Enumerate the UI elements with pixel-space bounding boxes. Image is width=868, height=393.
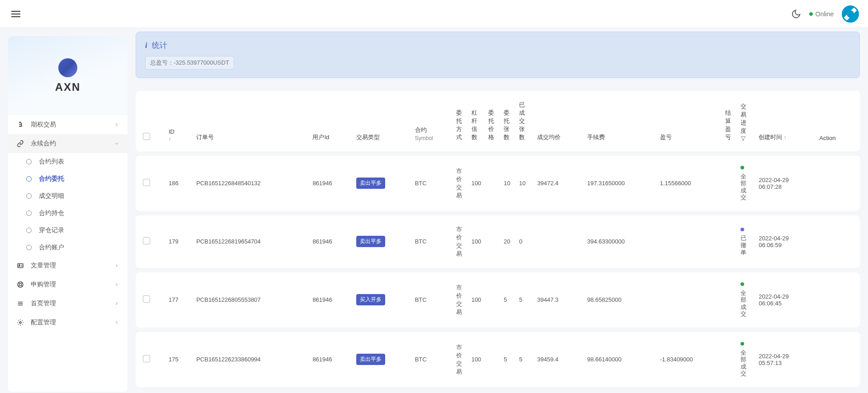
cell-filled-qty: 0 bbox=[515, 215, 533, 268]
nav-item-2[interactable]: 文章管理 bbox=[8, 256, 127, 275]
col-action[interactable]: Action bbox=[816, 91, 860, 151]
nav-list: 期权交易永续合约合约列表合约委托成交明细合约持仓穿仓记录合约账户文章管理申购管理… bbox=[8, 115, 127, 332]
sub-nav-item-0[interactable]: 合约列表 bbox=[8, 153, 127, 170]
info-icon: i bbox=[145, 41, 147, 50]
cell-symbol: BTC bbox=[411, 215, 453, 268]
col-order-no[interactable]: 订单号 bbox=[193, 91, 309, 151]
col-filled-qty[interactable]: 已成交张数 bbox=[515, 91, 533, 151]
cell-fee: 197.31650000 bbox=[584, 156, 656, 211]
cell-order-no: PCB1651226233860994 bbox=[193, 332, 309, 387]
nav-item-0[interactable]: 期权交易 bbox=[8, 115, 127, 134]
sub-nav-item-3[interactable]: 合约持仓 bbox=[8, 205, 127, 222]
col-symbol[interactable]: 合约Symbol bbox=[411, 91, 453, 151]
cell-avg-price bbox=[533, 215, 583, 268]
col-pnl[interactable]: 盈亏 bbox=[656, 91, 722, 151]
cell-settle-pnl bbox=[722, 332, 737, 387]
online-dot-icon bbox=[809, 12, 813, 16]
cell-pnl: 1.15566000 bbox=[656, 156, 722, 211]
cell-symbol: BTC bbox=[411, 272, 453, 328]
col-settle-pnl[interactable]: 结算盈亏 bbox=[722, 91, 737, 151]
col-created[interactable]: 创建时间 ↑ bbox=[755, 91, 816, 151]
row-checkbox[interactable] bbox=[143, 295, 150, 303]
chevron-right-icon bbox=[114, 301, 119, 306]
bitcoin-icon bbox=[16, 121, 24, 128]
nav-label: 配置管理 bbox=[31, 318, 114, 327]
col-order-qty[interactable]: 委托张数 bbox=[500, 91, 515, 151]
cell-order-qty: 5 bbox=[500, 272, 515, 328]
nav-item-1[interactable]: 永续合约 bbox=[8, 134, 127, 153]
col-leverage[interactable]: 杠杆倍数 bbox=[468, 91, 485, 151]
nav-label: 期权交易 bbox=[31, 121, 114, 129]
sub-nav-item-2[interactable]: 成交明细 bbox=[8, 187, 127, 205]
cell-pnl: -1.83409000 bbox=[656, 332, 722, 387]
theme-toggle-icon[interactable] bbox=[791, 9, 801, 19]
cell-fee: 394.63300000 bbox=[584, 215, 656, 268]
col-avg-price[interactable]: 成交均价 bbox=[533, 91, 583, 151]
nav-item-3[interactable]: 申购管理 bbox=[8, 275, 127, 294]
sub-nav-item-4[interactable]: 穿仓记录 bbox=[8, 222, 127, 239]
status-dot-icon bbox=[741, 282, 744, 286]
col-order-price[interactable]: 委托价格 bbox=[485, 91, 500, 151]
sidebar: AXN 期权交易永续合约合约列表合约委托成交明细合约持仓穿仓记录合约账户文章管理… bbox=[0, 28, 136, 393]
nav-label: 永续合约 bbox=[31, 140, 114, 148]
cell-order-price bbox=[485, 215, 500, 268]
svg-point-7 bbox=[19, 322, 21, 323]
select-all-checkbox[interactable] bbox=[143, 133, 150, 140]
circle-icon bbox=[26, 193, 32, 199]
cell-user-id: 861946 bbox=[309, 332, 352, 387]
sub-nav-label: 合约委托 bbox=[39, 175, 64, 183]
link-icon bbox=[16, 140, 24, 147]
col-user-id[interactable]: 用户Id bbox=[309, 91, 352, 151]
col-order-mode[interactable]: 委托方式 bbox=[453, 91, 468, 151]
cell-action bbox=[816, 272, 860, 328]
col-tx-type[interactable]: 交易类型 bbox=[353, 91, 411, 151]
cell-settle-pnl bbox=[722, 272, 737, 328]
cell-fee: 98.66140000 bbox=[584, 332, 656, 387]
chevron-right-icon bbox=[114, 122, 119, 127]
table-row: 177PCB1651226805553807861946买入开多BTC市价交易1… bbox=[136, 272, 860, 328]
col-fee[interactable]: 手续费 bbox=[584, 91, 656, 151]
cell-order-price bbox=[485, 156, 500, 211]
status-dot-icon bbox=[741, 228, 744, 231]
menu-toggle-button[interactable] bbox=[9, 7, 23, 21]
cell-tx-type: 卖出平多 bbox=[353, 332, 411, 387]
cell-order-price bbox=[485, 272, 500, 328]
cell-tx-type: 卖出平多 bbox=[353, 156, 411, 211]
cell-symbol: BTC bbox=[411, 156, 453, 211]
user-avatar[interactable] bbox=[842, 5, 859, 23]
cell-filled-qty: 10 bbox=[515, 156, 533, 211]
sub-nav-item-1[interactable]: 合约委托 bbox=[8, 170, 127, 187]
topbar: Online bbox=[0, 0, 868, 28]
cell-user-id: 861946 bbox=[309, 272, 352, 328]
row-checkbox[interactable] bbox=[143, 237, 150, 244]
nav-item-5[interactable]: 配置管理 bbox=[8, 313, 127, 332]
table-header-row: ID↑ 订单号 用户Id 交易类型 合约Symbol 委托方式 杠杆倍数 委托价… bbox=[136, 91, 860, 151]
cell-id: 177 bbox=[165, 272, 193, 328]
orders-table-wrap: ID↑ 订单号 用户Id 交易类型 合约Symbol 委托方式 杠杆倍数 委托价… bbox=[136, 86, 860, 392]
sub-nav-item-5[interactable]: 合约账户 bbox=[8, 239, 127, 256]
cell-order-qty: 20 bbox=[500, 215, 515, 268]
col-id[interactable]: ID↑ bbox=[165, 91, 193, 151]
cell-action bbox=[816, 215, 860, 268]
cell-action bbox=[816, 156, 860, 211]
nav-item-4[interactable]: 首页管理 bbox=[8, 294, 127, 313]
table-row: 175PCB1651226233860994861946卖出平多BTC市价交易1… bbox=[136, 332, 860, 387]
row-checkbox[interactable] bbox=[143, 355, 150, 362]
tx-type-badge: 买入开多 bbox=[356, 294, 385, 305]
sub-nav-label: 成交明细 bbox=[39, 192, 64, 200]
cell-leverage: 100 bbox=[468, 215, 485, 268]
col-progress[interactable]: 交易进度 bbox=[737, 91, 755, 151]
cell-created: 2022-04-2906:07:28 bbox=[755, 156, 816, 211]
cell-settle-pnl bbox=[722, 215, 737, 268]
stats-total-pnl-badge: 总盈亏：-325.53977000USDT bbox=[145, 56, 234, 70]
row-checkbox[interactable] bbox=[143, 179, 150, 186]
chevron-right-icon bbox=[114, 282, 119, 287]
cell-user-id: 861946 bbox=[309, 215, 352, 268]
nav-label: 文章管理 bbox=[31, 262, 114, 270]
brand-header: AXN bbox=[8, 36, 127, 115]
circle-icon bbox=[26, 176, 32, 182]
cell-progress: 全部成交 bbox=[737, 332, 755, 387]
svg-marker-8 bbox=[741, 137, 745, 141]
chevron-down-icon bbox=[114, 141, 119, 146]
filter-icon[interactable] bbox=[741, 136, 746, 141]
